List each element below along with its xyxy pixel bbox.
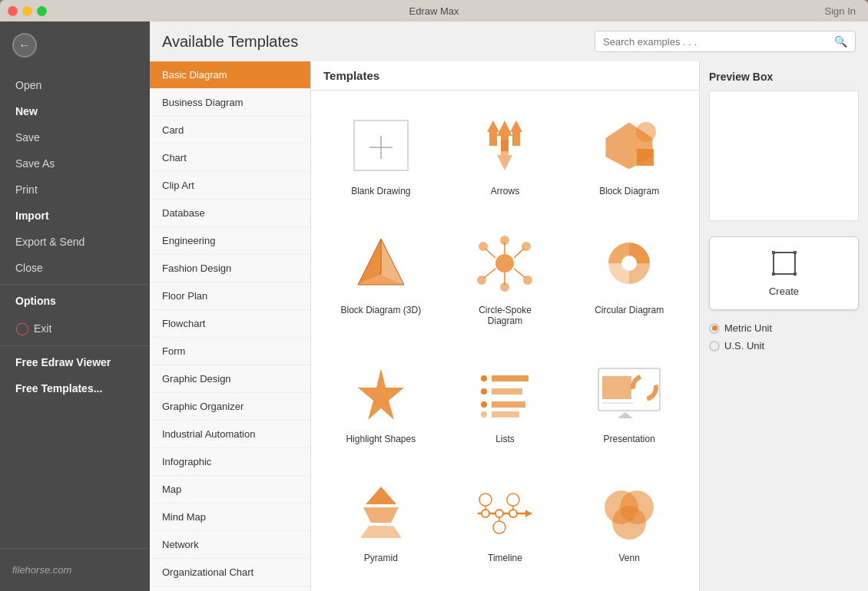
category-item-basic-diagram[interactable]: Basic Diagram [150,61,310,89]
window-title: Edraw Max [409,5,459,17]
svg-line-28 [485,249,495,258]
timeline-label: Timeline [488,553,522,563]
category-item-clip-art[interactable]: Clip Art [150,172,310,200]
template-presentation[interactable]: Presentation [567,346,691,465]
svg-rect-65 [772,272,775,276]
category-item-network[interactable]: Network [150,531,310,559]
sidebar-item-free-viewer[interactable]: Free Edraw Viewer [0,349,150,375]
svg-point-53 [479,494,492,506]
sidebar-item-exit[interactable]: ◯ Exit [0,314,150,342]
category-item-floor-plan[interactable]: Floor Plan [150,282,310,310]
sidebar-item-free-templates[interactable]: Free Templates... [0,375,150,401]
highlight-shapes-icon [339,358,423,428]
svg-point-17 [495,254,514,272]
back-icon: ← [18,38,31,52]
svg-point-34 [481,388,487,395]
template-lists[interactable]: Lists [443,346,568,465]
traffic-lights [8,6,47,16]
sidebar-item-save-as[interactable]: Save As [0,150,150,177]
pyramid-icon [339,477,423,546]
sidebar-item-open[interactable]: Open [0,72,150,98]
category-item-mind-map[interactable]: Mind Map [150,504,310,531]
template-venn[interactable]: Venn [567,465,691,584]
sidebar-nav: Open New Save Save As Print Import Expor… [0,69,150,548]
templates-header: Templates [311,61,699,91]
metric-radio[interactable] [709,323,720,334]
svg-point-51 [495,510,503,517]
circular-diagram-label: Circular Diagram [595,305,664,315]
category-item-graphic-design[interactable]: Graphic Design [150,365,310,393]
category-item-database[interactable]: Database [150,200,310,227]
create-label: Create [769,286,799,297]
sidebar-footer: filehorse.com [0,548,150,591]
blank-drawing-icon [339,111,423,180]
minimize-window-button[interactable] [22,6,32,16]
sidebar-item-print[interactable]: Print [0,177,150,203]
us-unit-label: U.S. Unit [724,340,764,352]
content-area: Basic Diagram Business Diagram Card Char… [150,61,868,591]
svg-rect-35 [492,388,522,395]
venn-icon [587,477,671,546]
category-item-fashion-design[interactable]: Fashion Design [150,255,310,282]
template-highlight-shapes[interactable]: Highlight Shapes [319,346,443,465]
preview-box [709,91,859,221]
sidebar-item-new[interactable]: New [0,98,150,124]
category-item-form[interactable]: Form [150,338,310,365]
search-input[interactable] [603,36,834,48]
template-block-diagram[interactable]: Block Diagram [567,98,691,217]
pyramid-label: Pyramid [364,553,398,563]
category-item-graphic-organizer[interactable]: Graphic Organizer [150,393,310,421]
category-item-industrial-automation[interactable]: Industrial Automation [150,421,310,448]
sidebar: ← Open New Save Save As Print Import Exp… [0,21,150,591]
svg-marker-31 [358,368,404,420]
create-button[interactable]: Create [709,236,859,310]
template-timeline[interactable]: Timeline [443,465,568,584]
template-blank-drawing[interactable]: Blank Drawing [319,98,443,217]
category-item-chart[interactable]: Chart [150,144,310,172]
svg-point-21 [522,242,531,251]
svg-rect-66 [793,272,797,276]
template-circle-spoke[interactable]: Circle-Spoke Diagram [443,217,568,347]
sidebar-item-import[interactable]: Import [0,203,150,229]
sidebar-item-options[interactable]: Options [0,288,150,314]
block-diagram-icon [587,111,671,180]
category-item-project-mgmt[interactable]: Project Management [150,586,310,591]
svg-point-23 [523,276,532,285]
category-item-business-diagram[interactable]: Business Diagram [150,89,310,117]
sidebar-item-save[interactable]: Save [0,124,150,150]
templates-panel: Templates Blank Drawing [311,61,699,591]
back-button[interactable]: ← [12,33,37,58]
svg-rect-64 [793,251,797,254]
us-radio[interactable] [709,341,720,352]
svg-marker-46 [363,507,399,523]
close-window-button[interactable] [8,6,18,16]
sidebar-item-export-send[interactable]: Export & Send [0,229,150,255]
sidebar-back: ← [0,21,150,69]
category-item-map[interactable]: Map [150,476,310,504]
svg-rect-37 [492,401,525,408]
sidebar-divider [0,284,150,285]
sidebar-item-close[interactable]: Close [0,255,150,281]
category-item-engineering[interactable]: Engineering [150,227,310,255]
us-unit-option[interactable]: U.S. Unit [709,340,859,352]
template-circular-diagram[interactable]: Circular Diagram [567,217,691,347]
svg-point-57 [507,494,519,506]
category-item-org-chart[interactable]: Organizational Chart [150,559,310,586]
sign-in-button[interactable]: Sign In [825,5,856,17]
arrows-label: Arrows [491,186,519,196]
template-block-diagram-3d[interactable]: Block Diagram (3D) [319,217,443,347]
search-bar: 🔍 [595,31,856,52]
category-item-flowchart[interactable]: Flowchart [150,310,310,338]
block-diagram-3d-label: Block Diagram (3D) [340,305,421,315]
template-pyramid[interactable]: Pyramid [319,465,443,584]
app-body: ← Open New Save Save As Print Import Exp… [0,21,868,591]
lists-icon [462,358,547,428]
maximize-window-button[interactable] [37,6,47,16]
preview-panel: Preview Box Create [699,61,868,591]
category-item-card[interactable]: Card [150,117,310,144]
template-arrows[interactable]: Arrows [443,98,568,217]
circle-spoke-label: Circle-Spoke Diagram [479,305,532,326]
svg-marker-47 [360,526,402,538]
metric-unit-option[interactable]: Metric Unit [709,322,859,334]
category-item-infographic[interactable]: Infographic [150,448,310,476]
